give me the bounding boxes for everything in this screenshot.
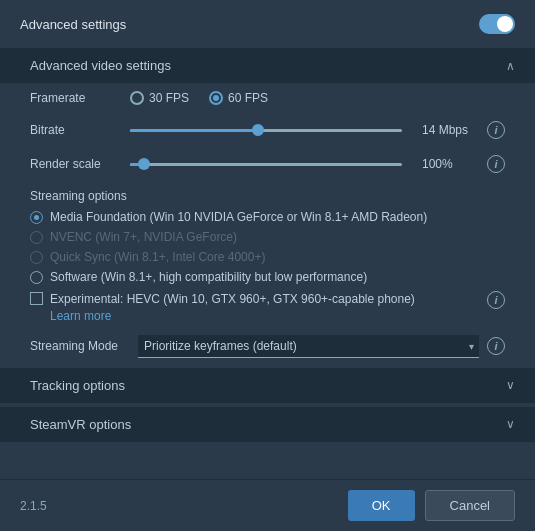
- steamvr-options-header[interactable]: SteamVR options ∨: [0, 407, 535, 442]
- tracking-options-header[interactable]: Tracking options ∨: [0, 368, 535, 403]
- framerate-60fps-label: 60 FPS: [228, 91, 268, 105]
- framerate-60fps-radio[interactable]: [209, 91, 223, 105]
- quick-sync-label: Quick Sync (Win 8.1+, Intel Core 4000+): [50, 250, 265, 264]
- media-foundation-radio[interactable]: [30, 211, 43, 224]
- bitrate-slider-track[interactable]: [130, 129, 402, 132]
- quick-sync-radio[interactable]: [30, 251, 43, 264]
- advanced-video-settings-title: Advanced video settings: [30, 58, 171, 73]
- steamvr-options-chevron: ∨: [506, 417, 515, 431]
- framerate-label: Framerate: [30, 91, 120, 105]
- media-foundation-label: Media Foundation (Win 10 NVIDIA GeForce …: [50, 210, 427, 224]
- bitrate-row: Bitrate 14 Mbps i: [20, 113, 515, 147]
- render-scale-row: Render scale 100% i: [20, 147, 515, 181]
- streaming-option-quick-sync[interactable]: Quick Sync (Win 8.1+, Intel Core 4000+): [20, 247, 515, 267]
- streaming-option-nvenc[interactable]: NVENC (Win 7+, NVIDIA GeForce): [20, 227, 515, 247]
- framerate-30fps-label: 30 FPS: [149, 91, 189, 105]
- tracking-options-title: Tracking options: [30, 378, 125, 393]
- render-scale-slider-track[interactable]: [130, 163, 402, 166]
- version-text: 2.1.5: [20, 499, 47, 513]
- bitrate-slider-thumb[interactable]: [252, 124, 264, 136]
- streaming-mode-row: Streaming Mode Prioritize keyframes (def…: [20, 329, 515, 364]
- render-scale-value: 100%: [422, 157, 477, 171]
- advanced-settings-toggle[interactable]: [479, 14, 515, 34]
- render-scale-label: Render scale: [30, 157, 120, 171]
- advanced-video-settings-header[interactable]: Advanced video settings ∧: [0, 48, 535, 83]
- streaming-mode-dropdown-wrapper: Prioritize keyframes (default) Prioritiz…: [138, 335, 479, 358]
- framerate-radio-group: 30 FPS 60 FPS: [130, 91, 268, 105]
- framerate-30fps-radio[interactable]: [130, 91, 144, 105]
- streaming-options-label: Streaming options: [20, 181, 515, 207]
- hevc-label: Experimental: HEVC (Win 10, GTX 960+, GT…: [50, 292, 415, 306]
- streaming-option-software[interactable]: Software (Win 8.1+, high compatibility b…: [20, 267, 515, 287]
- advanced-video-settings-chevron: ∧: [506, 59, 515, 73]
- hevc-content: Experimental: HEVC (Win 10, GTX 960+, GT…: [50, 291, 480, 325]
- tracking-options-chevron: ∨: [506, 378, 515, 392]
- framerate-30fps-option[interactable]: 30 FPS: [130, 91, 189, 105]
- streaming-mode-select[interactable]: Prioritize keyframes (default) Prioritiz…: [138, 335, 479, 358]
- hevc-checkbox[interactable]: [30, 292, 43, 305]
- render-scale-info-icon[interactable]: i: [487, 155, 505, 173]
- render-scale-slider-thumb[interactable]: [138, 158, 150, 170]
- hevc-info-icon[interactable]: i: [487, 291, 505, 309]
- button-group: OK Cancel: [348, 490, 515, 521]
- bitrate-slider-fill: [130, 129, 258, 132]
- hevc-checkbox-row: Experimental: HEVC (Win 10, GTX 960+, GT…: [20, 287, 515, 329]
- nvenc-radio[interactable]: [30, 231, 43, 244]
- framerate-60fps-option[interactable]: 60 FPS: [209, 91, 268, 105]
- software-label: Software (Win 8.1+, high compatibility b…: [50, 270, 367, 284]
- framerate-row: Framerate 30 FPS 60 FPS: [20, 83, 515, 113]
- advanced-settings-row: Advanced settings: [0, 0, 535, 48]
- streaming-mode-info-icon[interactable]: i: [487, 337, 505, 355]
- bitrate-value: 14 Mbps: [422, 123, 477, 137]
- learn-more-link[interactable]: Learn more: [50, 309, 111, 323]
- steamvr-options-title: SteamVR options: [30, 417, 131, 432]
- nvenc-label: NVENC (Win 7+, NVIDIA GeForce): [50, 230, 237, 244]
- bitrate-info-icon[interactable]: i: [487, 121, 505, 139]
- streaming-option-media-foundation[interactable]: Media Foundation (Win 10 NVIDIA GeForce …: [20, 207, 515, 227]
- main-container: Advanced settings Advanced video setting…: [0, 0, 535, 531]
- render-scale-slider-container: [130, 163, 402, 166]
- cancel-button[interactable]: Cancel: [425, 490, 515, 521]
- advanced-video-settings-content: Framerate 30 FPS 60 FPS Bitrate: [0, 83, 535, 364]
- ok-button[interactable]: OK: [348, 490, 415, 521]
- advanced-settings-label: Advanced settings: [20, 17, 126, 32]
- bitrate-slider-container: [130, 129, 402, 132]
- bitrate-label: Bitrate: [30, 123, 120, 137]
- streaming-mode-label: Streaming Mode: [30, 339, 130, 353]
- software-radio[interactable]: [30, 271, 43, 284]
- bottom-bar: 2.1.5 OK Cancel: [0, 479, 535, 531]
